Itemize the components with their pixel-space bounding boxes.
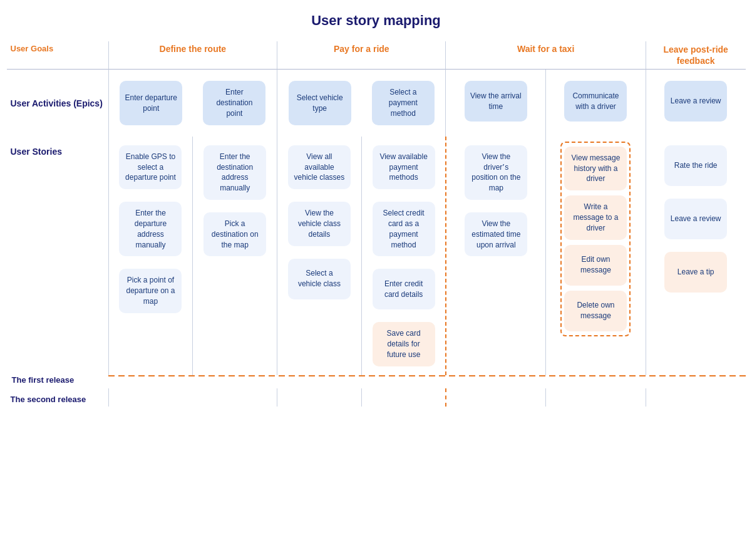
epic-view-arrival: View the arrival time <box>465 81 527 122</box>
epics-wait-taxi-2: Communicate with a driver <box>545 70 646 136</box>
dashed-communicate-group: View message history with a driver Write… <box>560 142 631 336</box>
first-release-divider: The first release <box>7 375 746 388</box>
define-route-header: Define the route <box>108 41 277 70</box>
story-edit-message: Edit own message <box>564 245 627 286</box>
story-select-credit-card: Select credit card as a payment method <box>373 202 435 256</box>
pay-ride-header: Pay for a ride <box>277 41 445 70</box>
epics-pay-ride: Select vehicle type Select a payment met… <box>277 70 445 136</box>
stories-pay-1: View all available vehicle classes View … <box>277 137 361 375</box>
story-pick-destination-map: Pick a destination on the map <box>203 212 266 256</box>
story-enable-gps: Enable GPS to select a departure point <box>119 145 182 189</box>
wait-taxi-header: Wait for a taxi <box>445 41 645 70</box>
story-pick-departure-map: Pick a point of departure on a map <box>119 269 182 313</box>
story-estimated-time: View the estimated time upon arrival <box>465 212 527 256</box>
story-delete-message: Delete own message <box>564 291 627 331</box>
epics-wait-group1: View the arrival time <box>448 77 543 125</box>
stories-row: User Stories Enable GPS to select a depa… <box>7 137 746 375</box>
epics-row: User Activities (Epics) Enter departure … <box>7 70 746 136</box>
epics-post-group: Leave a review <box>649 77 743 125</box>
epics-wait-taxi-1: View the arrival time <box>445 70 545 136</box>
story-message-history: View message history with a driver <box>564 147 627 190</box>
stories-wait-group1: View the driverʼs position on the map Vi… <box>449 142 543 261</box>
stories-pay-2: View available payment methods Select cr… <box>361 137 446 375</box>
header-row: User Goals Define the route Pay for a ri… <box>7 41 746 70</box>
second-release-pay-1 <box>277 388 361 407</box>
story-leave-review: Leave a review <box>664 199 727 239</box>
page: User story mapping User Goals Define the… <box>0 0 752 560</box>
epics-pay-group: Select vehicle type Select a payment met… <box>280 77 443 128</box>
story-enter-card-details: Enter credit card details <box>373 269 435 309</box>
story-driver-position: View the driverʼs position on the map <box>465 145 527 200</box>
stories-post-ride: Rate the ride Leave a review Leave a tip <box>646 137 746 375</box>
main-layout: User Goals Define the route Pay for a ri… <box>7 41 746 407</box>
story-write-message: Write a message to a driver <box>564 195 627 239</box>
story-select-vehicle-class: Select a vehicle class <box>288 259 351 299</box>
story-view-payment-methods: View available payment methods <box>373 145 435 189</box>
page-title: User story mapping <box>6 13 746 29</box>
second-release-wait-1 <box>445 388 545 407</box>
epic-enter-departure: Enter departure point <box>120 81 182 125</box>
stories-define-1: Enable GPS to select a departure point E… <box>108 137 193 375</box>
story-view-class-details: View the vehicle class details <box>288 202 351 246</box>
epics-row-label: User Activities (Epics) <box>7 70 108 136</box>
stories-define-group2: Enter the destination address manually P… <box>195 142 274 261</box>
first-release-label: The first release <box>7 375 108 388</box>
second-release-wait-2 <box>545 388 646 407</box>
stories-wait-group2: View message history with a driver Write… <box>549 142 643 336</box>
first-release-line <box>108 375 746 376</box>
stories-wait-2: View message history with a driver Write… <box>545 137 646 375</box>
second-release-pay-2 <box>361 388 446 407</box>
stories-row-label: User Stories <box>7 137 108 375</box>
epic-communicate: Communicate with a driver <box>564 81 627 122</box>
story-destination-manual: Enter the destination address manually <box>203 145 266 200</box>
story-departure-manual: Enter the departure address manually <box>119 202 182 256</box>
epics-wait-group2: Communicate with a driver <box>549 77 643 125</box>
stories-wait-1: View the driverʼs position on the map Vi… <box>445 137 545 375</box>
epic-select-payment: Select a payment method <box>372 81 435 125</box>
story-rate-ride: Rate the ride <box>664 145 727 186</box>
epic-enter-destination: Enter destination point <box>203 81 265 125</box>
stories-pay-group2: View available payment methods Select cr… <box>364 142 443 370</box>
stories-post-group: Rate the ride Leave a review Leave a tip <box>649 142 743 296</box>
second-release-define <box>108 388 277 407</box>
epics-define-route-group: Enter departure point Enter destination … <box>111 77 274 128</box>
story-save-card: Save card details for future use <box>373 322 435 366</box>
post-ride-header: Leave post-ride feedback <box>646 41 746 70</box>
epics-post-ride: Leave a review <box>646 70 746 136</box>
epic-leave-review: Leave a review <box>664 81 727 122</box>
stories-pay-group1: View all available vehicle classes View … <box>280 142 359 303</box>
second-release-label: The second release <box>7 388 108 407</box>
mapping-table: User Goals Define the route Pay for a ri… <box>7 41 746 407</box>
user-goals-header: User Goals <box>7 41 108 70</box>
story-leave-tip: Leave a tip <box>664 252 727 293</box>
second-release-post <box>646 388 746 407</box>
stories-define-group1: Enable GPS to select a departure point E… <box>111 142 190 317</box>
second-release-row: The second release <box>7 388 746 407</box>
story-view-vehicle-classes: View all available vehicle classes <box>288 145 351 189</box>
epics-define-route: Enter departure point Enter destination … <box>108 70 277 136</box>
epic-select-vehicle-type: Select vehicle type <box>289 81 351 125</box>
stories-define-2: Enter the destination address manually P… <box>192 137 277 375</box>
